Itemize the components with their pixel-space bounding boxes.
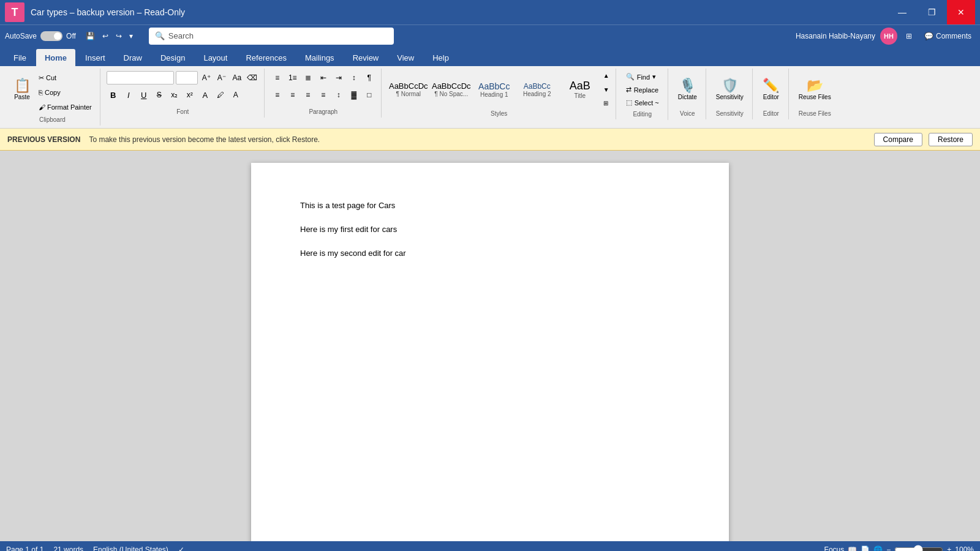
subscript-button[interactable]: x₂ (168, 88, 181, 102)
microphone-icon: 🎙️ (679, 79, 696, 92)
increase-font-button[interactable]: A⁺ (200, 71, 213, 84)
focus-button[interactable]: Focus (824, 545, 845, 551)
increase-indent-button[interactable]: ⇥ (332, 71, 345, 84)
numbering-button[interactable]: 1≡ (286, 71, 300, 84)
styles-scroll-down[interactable]: ▼ (602, 85, 611, 94)
decrease-indent-button[interactable]: ⇤ (317, 71, 330, 84)
find-button[interactable]: 🔍 Find ▾ (622, 71, 663, 83)
web-layout-button[interactable]: 🌐 (873, 545, 883, 551)
font-size-input[interactable] (176, 71, 198, 84)
select-icon: ⬚ (626, 99, 632, 107)
font-color-button[interactable]: A (198, 88, 212, 102)
restore-button[interactable]: Restore (929, 133, 973, 146)
paragraph-group: ≡ 1≡ ≣ ⇤ ⇥ ↕ ¶ ≡ ≡ ≡ ≡ ↕ ▓ □ Paragraph (266, 69, 382, 118)
multilevel-button[interactable]: ≣ (301, 71, 315, 84)
bold-button[interactable]: B (107, 88, 120, 102)
zoom-section: Focus 📖 📄 🌐 − + 100% (824, 545, 974, 551)
undo-button[interactable]: ↩ (99, 28, 112, 45)
ribbon-tabs: File Home Insert Draw Design Layout Refe… (0, 47, 980, 66)
view-toggle-button[interactable]: ⊞ (902, 28, 916, 45)
style-title[interactable]: AaB Title (559, 71, 601, 108)
restore-button[interactable]: ❐ (918, 0, 946, 24)
font-name-input[interactable] (107, 71, 174, 84)
italic-button[interactable]: I (122, 88, 135, 102)
bullets-button[interactable]: ≡ (271, 71, 284, 84)
editor-label: Editor (763, 109, 779, 117)
show-formatting-button[interactable]: ¶ (363, 71, 376, 84)
ribbon: 📋 Paste ✂ Cut ⎘ Copy 🖌 Format Painter Cl… (0, 66, 980, 129)
tab-file[interactable]: File (5, 49, 35, 66)
search-placeholder: Search (168, 31, 194, 40)
tab-mailings[interactable]: Mailings (296, 49, 343, 66)
minimize-button[interactable]: — (888, 0, 916, 24)
format-painter-button[interactable]: 🖌 Format Painter (36, 100, 95, 114)
tab-review[interactable]: Review (344, 49, 388, 66)
copy-icon: ⎘ (39, 89, 43, 96)
close-button[interactable]: ✕ (947, 0, 975, 24)
borders-button[interactable]: □ (363, 88, 376, 102)
autosave-toggle[interactable] (40, 31, 62, 41)
tab-help[interactable]: Help (424, 49, 458, 66)
select-button[interactable]: ⬚ Select ~ (622, 97, 663, 108)
customize-qa-button[interactable]: ▾ (126, 28, 137, 45)
read-mode-button[interactable]: 📖 (848, 545, 857, 551)
text-effects-button[interactable]: A (229, 88, 243, 102)
print-layout-button[interactable]: 📄 (861, 545, 870, 551)
superscript-button[interactable]: x² (183, 88, 197, 102)
style-no-space[interactable]: AaBbCcDc ¶ No Spac... (431, 71, 472, 108)
style-normal[interactable]: AaBbCcDc ¶ Normal (388, 71, 429, 108)
zoom-slider[interactable] (894, 545, 943, 551)
sensitivity-group: 🛡️ Sensitivity Sensitivity (707, 69, 753, 119)
tab-home[interactable]: Home (36, 49, 75, 66)
tab-insert[interactable]: Insert (77, 49, 114, 66)
tab-references[interactable]: References (237, 49, 295, 66)
tab-draw[interactable]: Draw (115, 49, 151, 66)
strikethrough-button[interactable]: S (153, 88, 166, 102)
compare-button[interactable]: Compare (874, 133, 922, 146)
style-heading1[interactable]: AaBbCc Heading 1 (473, 71, 515, 108)
styles-scroll[interactable]: ▲ ▼ ⊞ (602, 71, 611, 108)
copy-button[interactable]: ⎘ Copy (36, 86, 95, 99)
search-icon: 🔍 (155, 31, 165, 40)
align-center-button[interactable]: ≡ (286, 88, 300, 102)
style-heading2[interactable]: AaBbCc Heading 2 (516, 71, 558, 108)
reuse-files-group: 📂 Reuse Files Reuse Files (790, 69, 840, 119)
tab-layout[interactable]: Layout (195, 49, 236, 66)
sensitivity-icon: 🛡️ (722, 79, 738, 92)
language[interactable]: English (United States) (93, 545, 168, 551)
editor-button[interactable]: ✏️ Editor (759, 71, 783, 108)
sensitivity-button[interactable]: 🛡️ Sensitivity (712, 71, 747, 108)
word-count[interactable]: 21 words (53, 545, 83, 551)
reuse-files-button[interactable]: 📂 Reuse Files (795, 71, 835, 108)
dictate-button[interactable]: 🎙️ Dictate (674, 71, 701, 108)
clear-formatting-button[interactable]: ⌫ (246, 71, 259, 84)
avatar: HH (880, 28, 897, 45)
underline-button[interactable]: U (137, 88, 151, 102)
page-info[interactable]: Page 1 of 1 (6, 545, 43, 551)
line-spacing-button[interactable]: ↕ (332, 88, 345, 102)
decrease-font-button[interactable]: A⁻ (215, 71, 228, 84)
shading-button[interactable]: ▓ (347, 88, 361, 102)
comments-button[interactable]: 💬 Comments (921, 28, 975, 45)
replace-button[interactable]: ⇄ Replace (622, 84, 663, 96)
paragraph-1: This is a test page for Cars (300, 200, 680, 212)
redo-button[interactable]: ↪ (112, 28, 126, 45)
zoom-out-button[interactable]: − (886, 545, 891, 551)
proofing-icon[interactable]: ✓ (178, 545, 184, 551)
paste-button[interactable]: 📋 Paste (10, 71, 34, 108)
sort-button[interactable]: ↕ (347, 71, 361, 84)
zoom-in-button[interactable]: + (947, 545, 951, 551)
save-button[interactable]: 💾 (82, 28, 99, 45)
change-case-button[interactable]: Aa (230, 71, 244, 84)
align-right-button[interactable]: ≡ (301, 88, 315, 102)
tab-design[interactable]: Design (152, 49, 194, 66)
align-left-button[interactable]: ≡ (271, 88, 284, 102)
previous-version-bar: PREVIOUS VERSION To make this previous v… (0, 129, 980, 151)
styles-expand[interactable]: ⊞ (602, 99, 611, 108)
justify-button[interactable]: ≡ (317, 88, 330, 102)
highlight-button[interactable]: 🖊 (214, 88, 227, 102)
styles-scroll-up[interactable]: ▲ (602, 71, 611, 80)
search-box[interactable]: 🔍 Search (149, 28, 394, 45)
cut-button[interactable]: ✂ Cut (36, 71, 95, 84)
tab-view[interactable]: View (388, 49, 423, 66)
